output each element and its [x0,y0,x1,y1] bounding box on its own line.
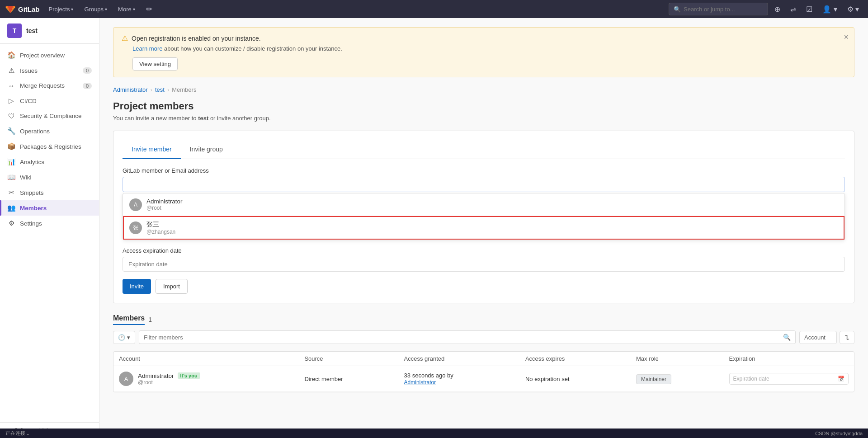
members-section: Members 1 🕐 ▾ 🔍 Account [113,314,854,392]
member-name-row: Administrator It's you [138,372,200,379]
sidebar-item-members[interactable]: 👥 Members [0,200,99,216]
sidebar-item-project-overview[interactable]: 🏠 Project overview [0,47,99,63]
breadcrumb-project[interactable]: test [155,86,165,93]
sidebar-item-wiki[interactable]: 📖 Wiki [0,170,99,185]
col-account: Account [113,352,299,366]
sidebar-item-label: Packages & Registries [20,143,81,150]
sidebar-item-settings[interactable]: ⚙ Settings [0,216,99,231]
gitlab-logo[interactable]: GitLab [5,4,40,14]
zhangsan-avatar: 张 [129,221,142,234]
members-title: Members [113,314,145,325]
filter-search-icon[interactable]: 🔍 [778,330,796,344]
member-dropdown: A Administrator @root 张 张三 @zhangsan [123,193,845,240]
tab-invite-group[interactable]: Invite group [181,140,232,159]
admin-user-info: Administrator @root [146,198,183,211]
filter-search-wrapper: 🔍 [139,330,796,344]
nav-groups[interactable]: Groups ▾ [80,0,111,18]
member-field-label: GitLab member or Email address [123,167,845,174]
global-search[interactable]: 🔍 Search or jump to... [669,3,768,15]
nav-projects[interactable]: Projects ▾ [45,0,77,18]
issues-badge: 0 [83,67,92,74]
breadcrumb-admin[interactable]: Administrator [113,86,148,93]
banner-body: Learn more about how you can customize /… [132,45,846,52]
sort-direction-button[interactable]: ⇅ [840,331,854,344]
invite-tabs: Invite member Invite group [123,140,845,159]
settings-menu[interactable]: ⚙ ▾ [844,0,863,18]
member-avatar: A [119,372,133,386]
dropdown-item-zhangsan[interactable]: 张 张三 @zhangsan [123,216,844,240]
sidebar-item-snippets[interactable]: ✂ Snippets [0,185,99,200]
invite-button[interactable]: Invite [123,279,151,294]
members-count: 1 [148,316,152,323]
sidebar-item-merge-requests[interactable]: ↔ Merge Requests 0 [0,78,99,93]
project-overview-icon: 🏠 [7,51,15,59]
nav-more[interactable]: More ▾ [114,0,139,18]
project-header: T test [0,18,99,44]
sidebar-item-label: Wiki [20,174,32,181]
projects-chevron-icon: ▾ [71,7,73,12]
expiration-date-input[interactable] [123,257,845,272]
sidebar-item-security-compliance[interactable]: 🛡 Security & Compliance [0,108,99,123]
sidebar-item-analytics[interactable]: 📊 Analytics [0,154,99,170]
role-badge: Maintainer [636,374,671,384]
create-icon[interactable]: ⊕ [771,0,784,18]
todos-icon[interactable]: ☑ [802,0,816,18]
banner-title-text: Open registration is enabled on your ins… [132,35,261,42]
gitlab-wordmark: GitLab [18,5,40,13]
breadcrumb: Administrator › test › Members [113,86,854,93]
wiki-icon: 📖 [7,173,15,181]
merge-requests-icon[interactable]: ⇌ [787,0,800,18]
filter-sort-dropdown[interactable]: 🕐 ▾ [113,331,135,344]
invite-form: GitLab member or Email address A Adminis… [123,159,845,294]
col-max-role: Max role [631,352,724,366]
sidebar-item-label: Project overview [20,52,65,59]
merge-requests-icon: ↔ [7,82,15,89]
sidebar-item-label: CI/CD [20,98,37,104]
breadcrumb-sep-1: › [151,86,152,93]
view-setting-button[interactable]: View setting [132,57,178,71]
member-handle: @root [138,379,200,386]
banner-body-text: about how you can customize / disable re… [164,45,342,52]
member-expiration-input[interactable]: Expiration date 📅 [729,373,849,385]
invite-card: Invite member Invite group GitLab member… [113,131,854,303]
filter-sort-label: ▾ [127,334,130,341]
invite-action-buttons: Invite Import [123,279,845,294]
snippets-icon: ✂ [7,188,15,197]
admin-username: Administrator [146,198,183,205]
col-expiration: Expiration [724,352,854,366]
sidebar-item-label: Security & Compliance [20,113,82,119]
registration-banner: ⚠ Open registration is enabled on your i… [113,27,854,77]
packages-icon: 📦 [7,142,15,151]
sidebar-item-cicd[interactable]: ▷ CI/CD [0,93,99,108]
pencil-icon[interactable]: ✏ [142,0,156,18]
project-name-inline: test [198,115,208,122]
import-button[interactable]: Import [156,279,188,294]
groups-chevron-icon: ▾ [105,7,107,12]
tab-invite-member[interactable]: Invite member [123,140,181,159]
member-you-badge: It's you [178,372,200,379]
breadcrumb-sep-2: › [167,86,169,93]
user-menu[interactable]: 👤 ▾ [819,0,840,18]
sidebar-item-operations[interactable]: 🔧 Operations [0,123,99,139]
member-info: Administrator It's you @root [138,372,200,386]
access-granted-by-link[interactable]: Administrator [404,379,436,386]
dropdown-item-admin[interactable]: A Administrator @root [123,193,844,216]
page-title: Project members [113,100,854,112]
close-icon[interactable]: × [844,33,849,41]
sidebar-item-label: Issues [20,67,38,74]
col-access-expires: Access expires [520,352,631,366]
sidebar-item-packages-registries[interactable]: 📦 Packages & Registries [0,139,99,154]
member-email-input[interactable] [123,177,845,192]
zhangsan-username: 张三 [146,221,175,229]
account-sort-select[interactable]: Account [799,331,837,344]
merge-requests-badge: 0 [83,83,92,89]
learn-more-link[interactable]: Learn more [132,45,162,52]
sidebar-item-issues[interactable]: ⚠ Issues 0 [0,63,99,78]
filter-members-input[interactable] [139,330,778,344]
members-table-header-row: Account Source Access granted Access exp… [113,352,854,366]
sidebar-item-label: Merge Requests [20,82,65,89]
member-source-cell: Direct member [299,366,398,392]
top-nav: GitLab Projects ▾ Groups ▾ More ▾ ✏ 🔍 Se… [0,0,868,18]
project-avatar: T [7,24,22,38]
issues-icon: ⚠ [7,66,15,75]
